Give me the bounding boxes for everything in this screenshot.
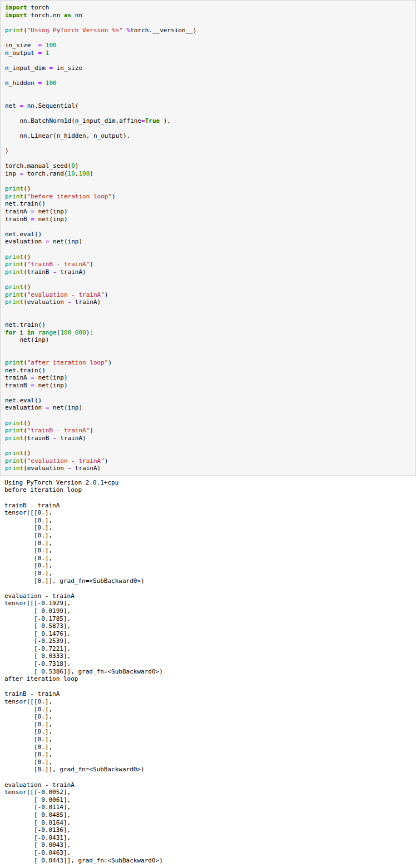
code-token: for (5, 329, 16, 336)
code-token: print (5, 298, 23, 306)
code-token: trainA) (57, 268, 86, 276)
code-token: "trainB - trainA" (27, 427, 90, 434)
code-token: print (5, 193, 23, 200)
code-token: print (5, 261, 23, 268)
code-token: ) (90, 427, 93, 434)
code-token: ) (112, 193, 116, 200)
code-token: () (23, 283, 31, 291)
code-token (42, 49, 46, 57)
code-token: 100 (46, 42, 57, 49)
code-token: ( (23, 27, 27, 34)
code-token: evaluation (5, 238, 46, 245)
code-token: nn (71, 12, 82, 19)
code-token (34, 329, 38, 336)
code-token: print (5, 253, 23, 261)
code-token: evaluation (5, 404, 46, 411)
code-token: - (53, 268, 57, 276)
code-token: ( (23, 261, 27, 268)
code-token: print (5, 465, 23, 472)
code-token: () (23, 420, 31, 427)
code-token: = (141, 117, 145, 124)
code-token: = (31, 382, 34, 389)
code-token: torch.nn (27, 12, 64, 19)
code-token: () (23, 253, 31, 261)
code-token: (evaluation (23, 465, 67, 472)
code-token: in_size (5, 42, 38, 49)
code-token: (evaluation (23, 298, 67, 306)
code-token: n_input_dim (5, 64, 49, 72)
code-token: import (5, 12, 27, 19)
code-token: torch.__version__) (130, 27, 196, 34)
code-token: ) (90, 261, 93, 268)
code-token: (trainB (23, 268, 53, 276)
code-token: 0 (71, 162, 75, 169)
code-token: net(inp) (49, 238, 82, 245)
code-token: ) (5, 147, 9, 154)
code-token: ( (23, 427, 27, 434)
code-token: True (145, 117, 160, 124)
code-token: net (5, 102, 20, 109)
code-token (123, 27, 127, 34)
code-token: range (38, 329, 57, 336)
code-token: 10 (68, 170, 75, 177)
code-token: in_size (53, 64, 82, 72)
code-token: ) (105, 291, 108, 298)
code-token: torch (27, 4, 49, 11)
code-token: trainA) (71, 465, 101, 472)
code-token: () (23, 450, 31, 457)
code-token: print (5, 291, 23, 298)
code-token: ( (23, 457, 27, 465)
code-token: net(inp) (34, 374, 68, 381)
code-token: trainA (5, 374, 31, 381)
code-token: "before iteration loop" (27, 193, 112, 200)
code-token: "Using PyTorch Version %s" (27, 27, 123, 34)
code-token: () (23, 185, 31, 192)
code-token: ( (23, 193, 27, 200)
code-token: n_hidden (5, 79, 38, 87)
code-token: print (5, 427, 23, 434)
output-block: Using PyTorch Version 2.0.1+cpu before i… (0, 476, 416, 866)
code-token: print (5, 420, 23, 427)
code-token: ( (23, 291, 27, 298)
code-token: as (64, 12, 71, 19)
code-token: ) (108, 359, 112, 366)
code-block: import torch import torch.nn as nn print… (0, 0, 416, 476)
code-token: net.train() (5, 367, 46, 374)
code-token: ) (90, 170, 93, 177)
code-token: ): (86, 329, 93, 336)
code-token: net(inp) (34, 382, 68, 389)
code-token: torch.manual_seed( (5, 162, 71, 169)
code-token: = (31, 208, 34, 215)
code-token: nn.Linear(n_hidden, n_output), (5, 132, 130, 139)
code-token (42, 79, 46, 87)
code-token: print (5, 268, 23, 276)
code-token: net(inp) (49, 404, 82, 411)
code-token: 100 (78, 170, 90, 177)
code-token: "after iteration loop" (27, 359, 108, 366)
code-token: print (5, 435, 23, 442)
code-token: net(inp) (34, 208, 68, 215)
code-token: n_output (5, 49, 38, 57)
code-token: print (5, 27, 23, 34)
code-token: trainA) (57, 435, 86, 442)
code-token: - (53, 435, 57, 442)
code-token: print (5, 450, 23, 457)
code-token: 100_000 (60, 329, 86, 336)
page: import torch import torch.nn as nn print… (0, 0, 416, 868)
code-token (42, 42, 46, 49)
code-token: ) (75, 162, 79, 169)
code-token: torch.rand( (23, 170, 67, 177)
code-token: print (5, 185, 23, 192)
code-token: 100 (46, 79, 57, 87)
code-token: = (31, 216, 34, 223)
code-token: net.train() (5, 200, 46, 207)
code-token: 1 (46, 49, 49, 57)
code-token: "evaluation - trainA" (27, 291, 105, 298)
code-token: ) (105, 457, 108, 465)
code-token: net(inp) (5, 336, 49, 343)
code-token: ), (160, 117, 171, 124)
code-token: trainA (5, 208, 31, 215)
code-token: = (31, 374, 34, 381)
code-token: "trainB - trainA" (27, 261, 90, 268)
code-token: i (16, 329, 27, 336)
